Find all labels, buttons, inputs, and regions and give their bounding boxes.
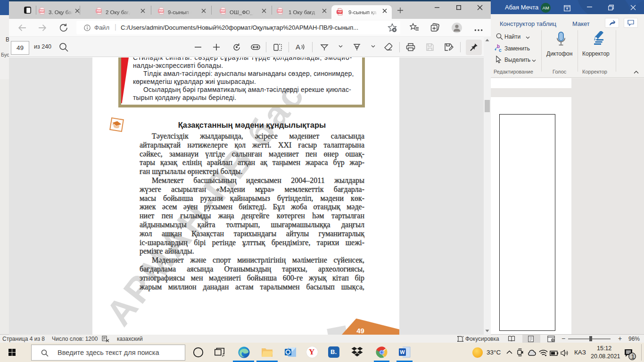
svg-text:W: W xyxy=(400,349,405,355)
svg-text:c: c xyxy=(499,48,502,53)
svg-text:PDF: PDF xyxy=(221,10,225,12)
svg-text:PDF: PDF xyxy=(278,10,282,12)
svg-text:PDF: PDF xyxy=(159,10,164,12)
svg-text:PDF: PDF xyxy=(40,10,44,12)
svg-text:1: 1 xyxy=(631,353,635,360)
svg-text:A: A xyxy=(296,43,300,51)
svg-text:PDF: PDF xyxy=(97,10,101,12)
svg-text:PDF: PDF xyxy=(338,11,342,13)
